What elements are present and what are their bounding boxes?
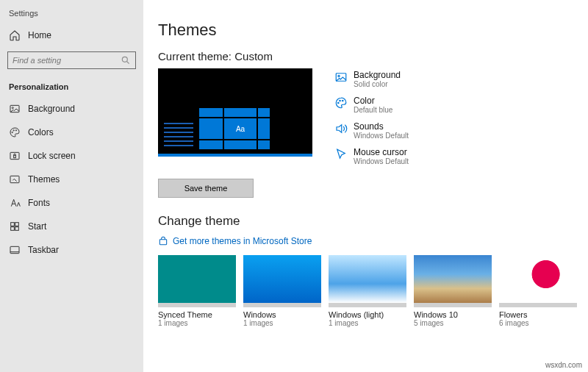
theme-card[interactable]: Windows 1 images xyxy=(243,255,321,327)
palette-icon xyxy=(334,96,348,110)
theme-card[interactable]: Windows 10 5 images xyxy=(414,255,492,327)
svg-point-5 xyxy=(13,130,14,131)
search-icon xyxy=(121,55,131,65)
svg-rect-13 xyxy=(15,227,19,231)
sidebar-item-label: Start xyxy=(28,221,46,232)
home-label: Home xyxy=(28,30,51,40)
search-box[interactable] xyxy=(7,51,136,69)
app-title: Settings xyxy=(0,6,143,25)
sidebar-item-start[interactable]: Start xyxy=(0,215,143,238)
store-link-text: Get more themes in Microsoft Store xyxy=(173,236,312,246)
theme-name: Windows (light) xyxy=(329,310,406,319)
option-value: Windows Default xyxy=(354,132,409,140)
sidebar-item-label: Taskbar xyxy=(28,245,59,255)
theme-count: 1 images xyxy=(158,319,236,327)
svg-rect-12 xyxy=(11,227,15,231)
sidebar-item-themes[interactable]: Themes xyxy=(0,168,143,191)
store-link[interactable]: Get more themes in Microsoft Store xyxy=(158,236,588,246)
sidebar-item-label: Background xyxy=(28,104,75,114)
sidebar-item-label: Themes xyxy=(28,174,60,185)
svg-point-3 xyxy=(12,107,13,109)
theme-count: 1 images xyxy=(329,319,406,327)
sidebar-item-lock-screen[interactable]: Lock screen xyxy=(0,144,143,168)
theme-preview: Aa xyxy=(158,68,312,157)
speaker-icon xyxy=(334,122,348,135)
option-label: Color xyxy=(354,96,392,106)
page-title: Themes xyxy=(158,21,588,40)
theme-thumb xyxy=(243,255,321,303)
theme-name: Windows xyxy=(243,310,321,319)
taskbar-icon xyxy=(9,244,21,256)
theme-thumb xyxy=(329,255,406,303)
sidebar-item-background[interactable]: Background xyxy=(0,97,143,121)
picture-icon xyxy=(9,103,21,115)
option-color[interactable]: Color Default blue xyxy=(334,96,409,114)
category-label: Personalization xyxy=(0,75,143,97)
theme-count: 6 images xyxy=(499,319,577,327)
option-label: Mouse cursor xyxy=(354,147,409,157)
option-sounds[interactable]: Sounds Windows Default xyxy=(334,121,409,140)
themes-list: Synced Theme 1 images Windows 1 images W… xyxy=(158,255,588,327)
svg-point-4 xyxy=(12,132,12,132)
theme-card[interactable]: Windows (light) 1 images xyxy=(329,255,406,327)
theme-name: Windows 10 xyxy=(414,310,492,319)
current-theme-label: Current theme: Custom xyxy=(158,50,588,62)
theme-name: Flowers xyxy=(499,310,577,319)
sidebar-item-label: Fonts xyxy=(28,198,50,208)
theme-count: 5 images xyxy=(414,319,492,327)
theme-name: Synced Theme xyxy=(158,310,236,319)
option-label: Sounds xyxy=(354,121,409,132)
option-label: Background xyxy=(354,70,401,80)
main-content: Themes Current theme: Custom Aa Backgrou… xyxy=(158,0,588,372)
theme-thumb xyxy=(414,255,492,303)
watermark: wsxdn.com xyxy=(545,361,582,369)
svg-rect-21 xyxy=(159,240,166,245)
font-icon xyxy=(9,197,21,209)
svg-rect-14 xyxy=(10,246,19,253)
svg-rect-8 xyxy=(14,155,16,157)
svg-point-0 xyxy=(122,57,127,62)
sidebar-item-fonts[interactable]: Fonts xyxy=(0,191,143,215)
option-value: Solid color xyxy=(354,80,401,88)
option-value: Default blue xyxy=(354,106,392,114)
home-icon xyxy=(9,29,21,41)
sidebar-item-taskbar[interactable]: Taskbar xyxy=(0,238,143,262)
option-mouse-cursor[interactable]: Mouse cursor Windows Default xyxy=(334,147,409,165)
palette-icon xyxy=(9,126,21,138)
svg-line-1 xyxy=(127,62,129,64)
home-nav[interactable]: Home xyxy=(0,25,143,46)
search-input[interactable] xyxy=(8,56,121,65)
sidebar-item-colors[interactable]: Colors xyxy=(0,121,143,144)
sidebar-item-label: Lock screen xyxy=(28,151,76,161)
cursor-icon xyxy=(334,148,348,161)
svg-point-17 xyxy=(338,75,340,76)
theme-thumb xyxy=(158,255,236,303)
svg-point-19 xyxy=(340,100,341,101)
svg-point-20 xyxy=(343,100,344,101)
brush-icon xyxy=(9,174,21,185)
svg-rect-11 xyxy=(15,223,19,226)
svg-rect-10 xyxy=(11,223,15,226)
change-theme-label: Change theme xyxy=(158,214,588,229)
svg-rect-7 xyxy=(10,152,19,159)
option-background[interactable]: Background Solid color xyxy=(334,70,409,88)
picture-icon xyxy=(334,71,348,84)
lock-icon xyxy=(9,150,21,162)
sidebar-item-label: Colors xyxy=(28,127,54,137)
svg-point-6 xyxy=(15,130,16,131)
sidebar: Settings Home Personalization Background… xyxy=(0,0,143,372)
theme-card[interactable]: Flowers 6 images xyxy=(499,255,577,327)
theme-count: 1 images xyxy=(243,319,321,327)
save-theme-button[interactable]: Save theme xyxy=(158,179,254,198)
grid-icon xyxy=(9,221,21,232)
store-icon xyxy=(158,236,168,246)
svg-point-18 xyxy=(338,102,340,104)
theme-thumb xyxy=(499,255,577,303)
option-value: Windows Default xyxy=(354,157,409,165)
theme-card[interactable]: Synced Theme 1 images xyxy=(158,255,236,327)
